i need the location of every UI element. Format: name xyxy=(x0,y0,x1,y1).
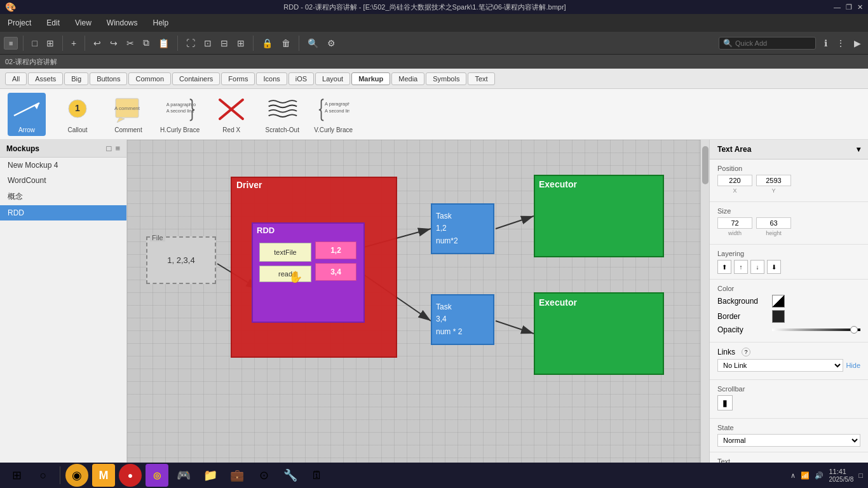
part34-box[interactable]: 3,4 xyxy=(315,263,356,281)
comp-callout[interactable]: 1 Callout xyxy=(58,95,97,133)
taskbar-app-folder[interactable]: 📁 xyxy=(199,464,222,487)
tab-forms[interactable]: Forms xyxy=(221,72,255,85)
taskbar-app-tool[interactable]: 🔧 xyxy=(279,464,302,487)
canvas-area[interactable]: File 1, 2,3,4 Driver RDD textFile read xyxy=(127,140,709,488)
redo-icon[interactable]: ↪ xyxy=(107,36,121,50)
single-view-icon[interactable]: □ xyxy=(29,36,40,50)
size-w-input[interactable] xyxy=(717,217,752,229)
bring-forward-icon[interactable]: ↑ xyxy=(734,260,748,274)
quick-add-box[interactable]: 🔍 xyxy=(719,37,816,50)
bring-front-icon[interactable]: ⬆ xyxy=(717,260,731,274)
read-box[interactable]: read xyxy=(259,266,311,282)
comp-comment[interactable]: A comment Comment xyxy=(109,95,147,133)
taskbar-app-circle[interactable]: ⊙ xyxy=(252,464,275,487)
taskbar-app-m[interactable]: M xyxy=(92,464,115,487)
group-icon[interactable]: ⊡ xyxy=(201,36,215,50)
taskbar-search-icon[interactable]: ○ xyxy=(32,464,55,487)
close-btn[interactable]: ✕ xyxy=(857,3,863,11)
tab-big[interactable]: Big xyxy=(64,72,88,85)
search-icon[interactable]: 🔍 xyxy=(304,36,322,50)
taskbar-notification[interactable]: □ xyxy=(858,471,863,479)
taskbar-app-illus[interactable]: ◎ xyxy=(146,464,168,487)
border-color-swatch[interactable] xyxy=(772,310,785,323)
tab-assets[interactable]: Assets xyxy=(28,72,63,85)
taskbar-app-game[interactable]: 🎮 xyxy=(172,464,195,487)
v-scrollbar-thumb[interactable] xyxy=(702,146,709,184)
send-back-icon[interactable]: ⬇ xyxy=(767,260,781,274)
taskbar-windows-icon[interactable]: ⊞ xyxy=(5,464,28,487)
links-help-icon[interactable]: ? xyxy=(742,348,750,356)
menu-help[interactable]: Help xyxy=(151,17,172,29)
tab-common[interactable]: Common xyxy=(128,72,171,85)
undo-icon[interactable]: ↩ xyxy=(90,36,104,50)
bg-color-swatch[interactable] xyxy=(772,295,785,308)
tab-markup[interactable]: Markup xyxy=(351,72,390,85)
toolbar-sep-1 xyxy=(23,36,24,51)
sidebar-item-wordcount[interactable]: WordCount xyxy=(0,173,126,188)
sidebar-item-newmockup4[interactable]: New Mockup 4 xyxy=(0,158,126,173)
toolbar-icon-3[interactable]: ▶ xyxy=(851,36,864,50)
sidebar-menu-icon[interactable]: ≡ xyxy=(115,144,120,153)
sidebar-new-icon[interactable]: □ xyxy=(107,144,112,153)
comp-arrow[interactable]: Arrow xyxy=(8,93,46,136)
tab-layout[interactable]: Layout xyxy=(315,72,350,85)
tab-buttons[interactable]: Buttons xyxy=(90,72,127,85)
menu-project[interactable]: Project xyxy=(5,17,34,29)
crop-icon[interactable]: ⛶ xyxy=(183,36,198,50)
tab-media[interactable]: Media xyxy=(391,72,424,85)
cut-icon[interactable]: ✂ xyxy=(123,36,137,50)
menu-view[interactable]: View xyxy=(72,17,94,29)
sidebar-item-rdd[interactable]: RDD xyxy=(0,205,126,220)
grid-view-icon[interactable]: ⊞ xyxy=(43,36,57,50)
lock-icon[interactable]: 🔒 xyxy=(259,36,276,50)
minimize-btn[interactable]: — xyxy=(834,3,841,11)
add-icon[interactable]: + xyxy=(68,36,79,50)
tab-symbols[interactable]: Symbols xyxy=(426,72,466,85)
comp-redx[interactable]: Red X xyxy=(212,95,250,133)
ungroup-icon[interactable]: ⊟ xyxy=(217,36,231,50)
quick-add-input[interactable] xyxy=(735,39,811,47)
paste-icon[interactable]: 📋 xyxy=(155,36,172,50)
tab-ios[interactable]: iOS xyxy=(288,72,314,85)
size-h-input[interactable] xyxy=(756,217,791,229)
delete-icon[interactable]: 🗑 xyxy=(278,36,294,50)
taskbar-app-brief[interactable]: 💼 xyxy=(226,464,248,487)
state-select[interactable]: Normal xyxy=(717,434,860,447)
settings-icon[interactable]: ⚙ xyxy=(324,36,339,50)
opacity-slider[interactable] xyxy=(772,329,860,331)
menu-edit[interactable]: Edit xyxy=(44,17,62,29)
textfile-box[interactable]: textFile xyxy=(259,243,311,262)
taskbar-app-red[interactable]: ● xyxy=(119,464,142,487)
position-y-input[interactable] xyxy=(756,175,791,186)
part12-box[interactable]: 1,2 xyxy=(315,241,356,259)
file-box[interactable]: 1, 2,3,4 xyxy=(146,236,216,284)
copy-icon[interactable]: ⧉ xyxy=(140,36,153,50)
comp-scratch[interactable]: Scratch-Out xyxy=(263,95,301,133)
toolbar-icon-1[interactable]: ℹ xyxy=(821,36,831,50)
hide-btn[interactable]: Hide xyxy=(846,362,860,369)
menu-windows[interactable]: Windows xyxy=(104,17,140,29)
maximize-btn[interactable]: ❐ xyxy=(846,3,852,11)
comp-vcurly[interactable]: A paragraph of text A second line of tex… xyxy=(314,95,353,133)
opacity-handle[interactable] xyxy=(850,326,858,334)
position-x-input[interactable] xyxy=(717,175,752,186)
task1-box[interactable]: Task 1,2 num*2 xyxy=(431,203,494,254)
tab-icons[interactable]: Icons xyxy=(256,72,287,85)
comp-hcurly[interactable]: A paragraph of text A second line of tex… xyxy=(160,95,200,133)
tab-containers[interactable]: Containers xyxy=(172,72,220,85)
tab-text[interactable]: Text xyxy=(468,72,494,85)
task2-box[interactable]: Task 3,4 num * 2 xyxy=(431,294,494,345)
taskbar-app-cal[interactable]: 🗓 xyxy=(306,464,329,487)
links-select[interactable]: No Link xyxy=(717,359,843,372)
toolbar-icon-2[interactable]: ⋮ xyxy=(833,36,848,50)
taskbar-up-arrow[interactable]: ∧ xyxy=(790,471,796,480)
hcurly-icon: A paragraph of text A second line of tex… xyxy=(164,95,196,124)
v-scrollbar[interactable] xyxy=(700,140,709,479)
align-icon[interactable]: ⊞ xyxy=(234,36,248,50)
tab-all[interactable]: All xyxy=(5,72,27,85)
scrollbar-icon[interactable]: ▮ xyxy=(717,395,733,410)
home-menu-btn[interactable]: ≡ xyxy=(4,37,18,50)
sidebar-item-concept[interactable]: 概念 xyxy=(0,188,126,205)
taskbar-app-chrome[interactable]: ◉ xyxy=(65,464,88,487)
send-backward-icon[interactable]: ↓ xyxy=(750,260,764,274)
